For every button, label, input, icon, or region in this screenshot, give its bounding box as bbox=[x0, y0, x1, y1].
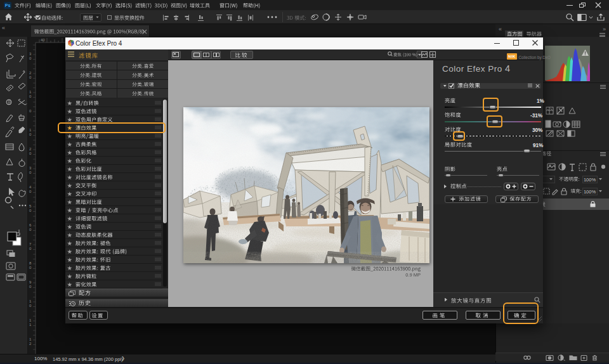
svg-text:40: 40 bbox=[41, 38, 45, 42]
